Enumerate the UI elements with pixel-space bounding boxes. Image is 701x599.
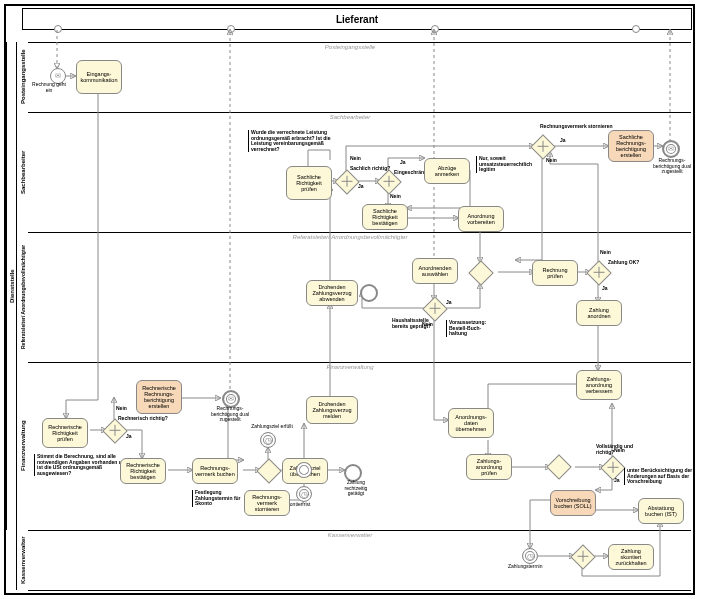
task-rechnerische-pruefen: Rechnerische Richtigkeit prüfen xyxy=(42,418,88,448)
edge-ja: Ja xyxy=(602,286,608,292)
task-zahlungsanordnung-verbessern: Zahlungs- anordnung verbessern xyxy=(576,370,622,400)
group-label: Referatsleiter/ Anordnungsbevollmächtigt… xyxy=(200,234,500,240)
msgflow-marker xyxy=(227,25,235,33)
timer-zt-label: Zahlungstermin xyxy=(508,564,542,570)
task-sachliche-berichtigung: Sachliche Rechnungs- berichtigung erstel… xyxy=(608,130,654,162)
start-event-label: Rechnung geht ein xyxy=(32,82,66,93)
task-zahlungsanordnung-pruefen: Zahlungs- anordnung prüfen xyxy=(466,454,512,480)
annotation-sachliche-frage: Wurde die verrechnete Leistung ordnungsg… xyxy=(248,130,341,152)
task-anordnenden-auswaehlen: Anordnenden auswählen xyxy=(412,258,458,284)
lane-kassenverwalter: Kassenverwalter xyxy=(16,530,29,590)
lane-referatsleiter: Referatsleiter/ Anordnungsbevollmächtigt… xyxy=(16,232,29,362)
timer-zahlungsziel-label: Zahlungsziel erfüllt xyxy=(250,424,294,430)
group-label: Kassenverwalter xyxy=(200,532,500,538)
lane-finanzverwaltung: Finanzverwaltung xyxy=(16,362,29,530)
task-rechnerische-bestaetigen: Rechnerische Richtigkeit bestätigen xyxy=(120,458,166,484)
lane-posteingang: Posteingangsstelle xyxy=(16,42,29,112)
task-drohenden-verzug-melden: Drohenden Zahlungsverzug melden xyxy=(306,396,358,424)
edge-ja: Ja xyxy=(400,160,406,166)
task-rechnungsvermerk-stornieren: Rechnungs- vermerk stornieren xyxy=(244,490,290,516)
group-label: Posteingangsstelle xyxy=(200,44,500,50)
msgflow-marker xyxy=(431,25,439,33)
task-abzuege-anmerken: Abzüge anmerken xyxy=(424,158,470,184)
pool-lieferant: Lieferant xyxy=(22,8,692,30)
edge-nein: Nein xyxy=(422,322,433,328)
task-eingangskommunikation: Eingangs- kommunikation xyxy=(76,60,122,94)
lane-divider xyxy=(28,112,691,113)
task-zahlung-anordnen: Zahlung anordnen xyxy=(576,300,622,326)
task-rechnungsvermerk-buchen: Rechnungs- vermerk buchen xyxy=(192,458,238,484)
lane-divider xyxy=(28,42,691,43)
end-event-verzug xyxy=(360,284,378,302)
lane-divider xyxy=(28,590,691,591)
msgflow-marker xyxy=(632,25,640,33)
edge-nein: Nein xyxy=(116,406,127,412)
task-rechnerische-berichtigung: Rechnerische Rechnungs- berichtigung ers… xyxy=(136,380,182,414)
timer-skontierfrist xyxy=(296,486,312,502)
edge-nein: Nein xyxy=(600,250,611,256)
task-vorschreibung-buchen: Vorschreibung buchen (SOLL) xyxy=(550,490,596,516)
gateway-zahlok-label: Zahlung OK? xyxy=(608,260,639,266)
annotation-bestellbuchhaltung: Voraussetzung: Bestell-Buch- haltung xyxy=(446,320,499,337)
group-label: Finanzverwaltung xyxy=(200,364,500,370)
edge-nein: Nein xyxy=(350,156,361,162)
end-event-dual1-label: Rechnungs- berichtigung dual zugestellt xyxy=(208,406,252,423)
end-event-dual2-label: Rechnungs- berichtigung dual zugestellt xyxy=(650,158,694,175)
gateway-storno-label: Rechnungsvermerk stornieren xyxy=(540,124,613,130)
task-rechnung-pruefen: Rechnung prüfen xyxy=(532,260,578,286)
boundary-timer-zahlungsziel xyxy=(260,432,276,448)
task-anordnung-vorbereiten: Anordnung vorbereiten xyxy=(458,206,504,232)
task-sachliche-bestaetigen: Sachliche Richtigkeit bestätigen xyxy=(362,204,408,230)
edge-nein: Nein xyxy=(614,448,625,454)
lane-sachbearbeiter: Sachbearbeiter xyxy=(16,112,29,232)
edge-ja: Ja xyxy=(614,478,620,484)
end-event-dual2 xyxy=(662,140,680,158)
annotation-beruecksichtigung: unter Berücksichtigung der Änderungen au… xyxy=(624,468,693,485)
task-sachliche-richtigkeit-pruefen: Sachliche Richtigkeit prüfen xyxy=(286,166,332,200)
pool-label: Lieferant xyxy=(336,14,378,25)
group-label: Sachbearbeiter xyxy=(200,114,500,120)
msgflow-marker xyxy=(54,25,62,33)
task-anordnungsdaten-uebernehmen: Anordnungs- daten übernehmen xyxy=(448,408,494,438)
lane-divider xyxy=(28,362,691,363)
gateway-sachlich-label: Sachlich richtig? xyxy=(350,166,390,172)
timer-zahlungstermin xyxy=(522,548,538,564)
end-recht-label: Zahlung rechtzeitig getätigt xyxy=(336,480,376,497)
gateway-haushalt-label: Haushaltsstelle bereits geprägt? xyxy=(392,318,444,329)
task-zahlung-skontiert: Zahlung skontiert zurückhalten xyxy=(608,544,654,570)
gateway-rech-label: Rechnerisch richtig? xyxy=(118,416,168,422)
lane-divider xyxy=(28,530,691,531)
task-drohenden-verzug-abwenden: Drohenden Zahlungsverzug abwenden xyxy=(306,280,358,306)
edge-ja: Ja xyxy=(560,138,566,144)
task-abstattung-buchen: Abstattung buchen (IST) xyxy=(638,498,684,524)
annotation-rechnerisch-frage: Stimmt die Berechnung, sind alle notwend… xyxy=(34,454,131,476)
edge-ja: Ja xyxy=(126,434,132,440)
edge-ja: Ja xyxy=(358,184,364,190)
bpmn-diagram: Lieferant Dienststelle Posteingangsstell… xyxy=(0,0,701,599)
annotation-festlegung: Festlegung Zahlungstermin für Skonto xyxy=(192,490,245,507)
annotation-umsatzsteuer: Nur, soweit umsatzsteuerrechtlich legiti… xyxy=(476,156,549,173)
edge-nein: Nein xyxy=(390,194,401,200)
lane-divider xyxy=(28,232,691,233)
edge-nein: Nein xyxy=(546,158,557,164)
edge-ja: Ja xyxy=(446,300,452,306)
